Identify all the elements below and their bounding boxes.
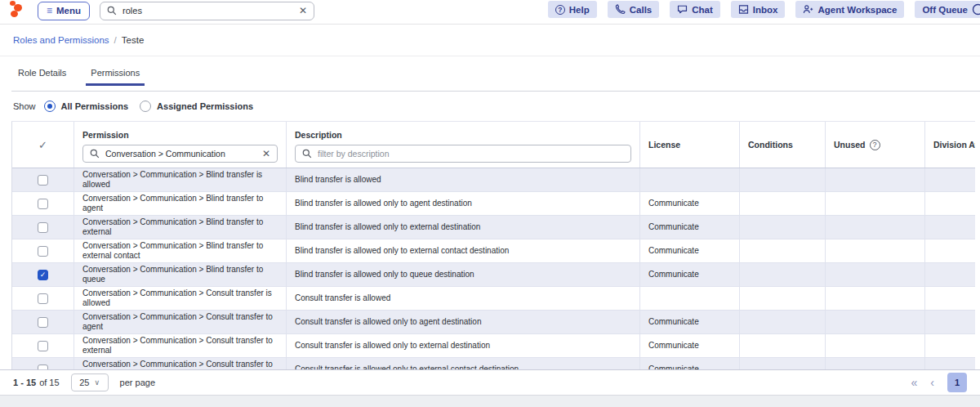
header-permission: Permission ✕ — [74, 122, 287, 168]
permission-cell: Conversation > Communication > Consult t… — [74, 287, 287, 310]
division-cell — [925, 216, 975, 239]
chevron-down-icon: ∨ — [94, 378, 100, 387]
conditions-cell — [740, 216, 826, 239]
row-total: of 15 — [39, 378, 59, 387]
division-cell — [925, 239, 975, 262]
nav-button-label: Calls — [630, 5, 653, 15]
checkbox-cell — [12, 358, 74, 369]
show-filter: Show All PermissionsAssigned Permissions — [0, 92, 980, 121]
conditions-cell — [740, 334, 826, 357]
row-checkbox[interactable]: ✓ — [38, 270, 48, 280]
per-page-label: per page — [120, 378, 155, 387]
row-checkbox[interactable] — [38, 222, 48, 233]
permission-filter-input[interactable] — [105, 149, 256, 159]
row-checkbox[interactable] — [38, 317, 48, 328]
division-aware-column-label: Division Aware — [933, 140, 975, 150]
checkbox-cell — [12, 192, 74, 215]
toggle-circle-icon — [972, 3, 980, 16]
conditions-cell — [740, 168, 826, 191]
menu-button[interactable]: ≡ Menu — [38, 2, 90, 20]
radio-assigned-permissions[interactable]: Assigned Permissions — [140, 101, 253, 112]
row-range: 1 - 15 — [13, 378, 36, 387]
license-cell: Communicate — [640, 311, 740, 333]
description-column-label: Description — [295, 130, 631, 140]
nav-button-label: Agent Workspace — [817, 5, 897, 15]
pagination-bar: 1 - 15 of 15 25 ∨ per page « ‹ 1 — [0, 369, 980, 395]
nav-button-label: Chat — [692, 5, 713, 15]
global-search[interactable]: ✕ — [100, 2, 314, 20]
unused-cell — [826, 192, 925, 215]
row-checkbox[interactable] — [38, 246, 48, 257]
permission-cell: Conversation > Communication > Blind tra… — [74, 263, 287, 286]
division-cell — [925, 287, 975, 310]
first-page-icon[interactable]: « — [911, 377, 918, 388]
row-checkbox[interactable] — [38, 293, 48, 304]
menu-button-label: Menu — [56, 6, 81, 16]
radio-icon[interactable] — [140, 101, 151, 112]
calls-button[interactable]: Calls — [608, 1, 660, 18]
previous-page-icon[interactable]: ‹ — [930, 377, 934, 388]
show-filter-label: Show — [13, 101, 36, 111]
description-filter[interactable] — [295, 145, 631, 163]
global-search-input[interactable] — [122, 6, 293, 16]
conditions-cell — [740, 311, 826, 333]
conditions-cell — [740, 263, 826, 286]
license-cell: Communicate — [640, 263, 740, 286]
radio-icon[interactable] — [44, 101, 56, 112]
chat-button[interactable]: Chat — [670, 1, 720, 18]
conditions-cell — [740, 287, 826, 310]
page-number-button[interactable]: 1 — [947, 373, 967, 392]
off-queue-button[interactable]: Off Queue — [915, 1, 980, 18]
unused-cell — [826, 168, 925, 191]
description-cell: Consult transfer is allowed only to exte… — [287, 358, 640, 369]
hamburger-icon: ≡ — [47, 5, 52, 16]
inbox-button[interactable]: Inbox — [731, 1, 786, 18]
page-size-select[interactable]: 25 ∨ — [71, 373, 109, 391]
help-button[interactable]: ?Help — [548, 1, 597, 18]
description-filter-input[interactable] — [318, 149, 624, 159]
table-row: Conversation > Communication > Blind tra… — [12, 239, 975, 263]
checkbox-cell — [12, 334, 74, 357]
bottom-strip — [0, 395, 980, 407]
unused-cell — [826, 311, 925, 333]
table-row: Conversation > Communication > Consult t… — [12, 358, 975, 369]
table-row: Conversation > Communication > Blind tra… — [12, 216, 975, 239]
search-icon — [302, 149, 312, 159]
clear-search-icon[interactable]: ✕ — [299, 6, 307, 16]
search-icon — [107, 6, 117, 16]
permission-cell: Conversation > Communication > Consult t… — [74, 334, 287, 357]
genesys-logo-icon — [7, 0, 28, 21]
question-circle-icon[interactable]: ? — [870, 140, 880, 150]
description-cell: Blind transfer is allowed only to agent … — [287, 192, 640, 215]
unused-cell — [826, 287, 925, 310]
checkbox-cell — [12, 311, 74, 333]
checkbox-cell: ✓ — [12, 263, 74, 286]
permission-cell: Conversation > Communication > Consult t… — [74, 311, 287, 333]
table-row: Conversation > Communication > Consult t… — [12, 287, 975, 311]
tab-permissions[interactable]: Permissions — [91, 68, 140, 86]
division-cell — [925, 263, 975, 286]
nav-button-label: Inbox — [753, 5, 778, 15]
header-license: License — [640, 122, 740, 168]
breadcrumb-roles-link[interactable]: Roles and Permissions — [13, 35, 109, 45]
clear-filter-icon[interactable]: ✕ — [262, 149, 270, 159]
permission-column-label: Permission — [82, 130, 278, 140]
radio-label: Assigned Permissions — [157, 101, 253, 111]
row-checkbox[interactable] — [38, 341, 48, 351]
chat-icon — [677, 4, 688, 15]
conditions-cell — [740, 239, 826, 262]
checkmark-icon: ✓ — [38, 139, 47, 151]
license-column-label: License — [648, 140, 680, 150]
license-cell — [640, 168, 740, 191]
pager-controls: « ‹ 1 — [911, 373, 967, 392]
row-checkbox[interactable] — [38, 199, 48, 209]
agent-workspace-button[interactable]: Agent Workspace — [795, 1, 904, 18]
license-cell: Communicate — [640, 239, 740, 262]
radio-all-permissions[interactable]: All Permissions — [44, 101, 129, 112]
division-cell — [925, 168, 975, 191]
permission-filter[interactable]: ✕ — [82, 145, 278, 163]
breadcrumb-separator: / — [114, 35, 117, 45]
header-select-column: ✓ — [12, 122, 74, 168]
tab-role-details[interactable]: Role Details — [18, 68, 66, 86]
row-checkbox[interactable] — [38, 175, 48, 186]
